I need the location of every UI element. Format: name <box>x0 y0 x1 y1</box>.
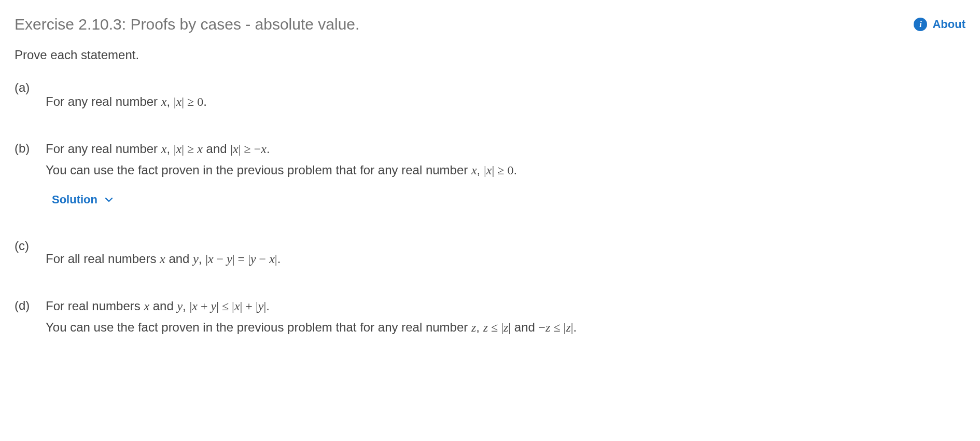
math-expr: |x + y| ≤ |x| + |y| <box>189 299 266 313</box>
text: and <box>149 299 177 313</box>
problem-body: For any real number x, |x| ≥ x and |x| ≥… <box>46 139 965 210</box>
solution-label: Solution <box>52 190 97 209</box>
text: , <box>477 163 484 177</box>
text: and <box>165 252 193 266</box>
text: . <box>277 252 281 266</box>
exercise-header: Exercise 2.10.3: Proofs by cases - absol… <box>15 16 965 33</box>
math-expr: z ≤ |z| <box>483 321 511 334</box>
text: You can use the fact proven in the previ… <box>46 320 471 334</box>
text: , <box>199 252 205 266</box>
math-var: x <box>144 299 149 313</box>
math-var: x <box>471 163 477 177</box>
math-var: y <box>193 252 199 266</box>
problem-label: (a) <box>15 78 46 98</box>
about-button[interactable]: i About <box>914 18 965 31</box>
line: You can use the fact proven in the previ… <box>46 317 965 338</box>
math-var: z <box>471 321 476 334</box>
chevron-down-icon <box>105 196 113 204</box>
math-expr: |x − y| = |y − x| <box>205 252 277 266</box>
text: For any real number <box>46 94 161 108</box>
text: For real numbers <box>46 299 144 313</box>
text: For all real numbers <box>46 252 160 266</box>
text: For any real number <box>46 142 161 156</box>
problem-body: For all real numbers x and y, |x − y| = … <box>46 236 965 270</box>
line: For any real number x, |x| ≥ x and |x| ≥… <box>46 139 965 160</box>
text: . <box>513 163 517 177</box>
problem-a: (a) For any real number x, |x| ≥ 0. <box>15 78 965 113</box>
math-expr: |x| ≥ 0 <box>484 163 513 177</box>
exercise-title: Exercise 2.10.3: Proofs by cases - absol… <box>15 16 359 33</box>
problem-body: For any real number x, |x| ≥ 0. <box>46 78 965 113</box>
text: . <box>267 142 270 156</box>
problem-list: (a) For any real number x, |x| ≥ 0. (b) … <box>15 78 965 338</box>
text: , <box>183 299 189 313</box>
text: . <box>266 299 270 313</box>
info-icon: i <box>914 18 927 31</box>
math-var: y <box>177 299 183 313</box>
text: . <box>203 94 207 108</box>
math-expr: |x| ≥ x <box>174 142 203 156</box>
math-expr: −z ≤ |z| <box>539 321 573 334</box>
problem-body: For real numbers x and y, |x + y| ≤ |x| … <box>46 296 965 338</box>
text: You can use the fact proven in the previ… <box>46 163 471 177</box>
math-expr: |x| ≥ −x <box>230 142 267 156</box>
text: , <box>476 320 483 334</box>
text: , <box>166 142 173 156</box>
text: . <box>573 320 577 334</box>
math-var: x <box>161 142 167 156</box>
solution-toggle[interactable]: Solution <box>46 190 113 209</box>
math-expr: |x| ≥ 0 <box>174 95 203 108</box>
problem-b: (b) For any real number x, |x| ≥ x and |… <box>15 139 965 210</box>
line: For real numbers x and y, |x + y| ≤ |x| … <box>46 296 965 317</box>
math-var: x <box>160 252 165 266</box>
text: , <box>166 94 173 108</box>
problem-label: (c) <box>15 236 46 256</box>
instruction-text: Prove each statement. <box>15 48 965 62</box>
problem-label: (b) <box>15 139 46 158</box>
problem-label: (d) <box>15 296 46 315</box>
math-var: x <box>161 95 167 108</box>
line: You can use the fact proven in the previ… <box>46 160 965 181</box>
about-label: About <box>932 18 965 31</box>
text: and <box>511 320 538 334</box>
text: and <box>203 142 230 156</box>
problem-c: (c) For all real numbers x and y, |x − y… <box>15 236 965 270</box>
problem-d: (d) For real numbers x and y, |x + y| ≤ … <box>15 296 965 338</box>
